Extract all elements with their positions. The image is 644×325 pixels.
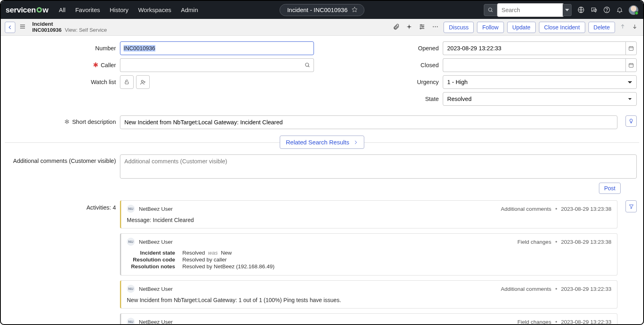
label-number: Number xyxy=(7,45,116,51)
label-watchlist: Watch list xyxy=(7,79,116,85)
closed-date-icon[interactable] xyxy=(625,58,637,72)
back-button[interactable] xyxy=(5,22,15,33)
number-input[interactable]: INC0010936 xyxy=(120,41,314,55)
short-description-input[interactable] xyxy=(120,115,617,129)
svg-line-24 xyxy=(308,66,309,67)
record-number: INC0010936 xyxy=(32,27,62,33)
label-urgency: Urgency xyxy=(330,79,439,85)
svg-point-15 xyxy=(422,26,423,27)
activity-field-changes: Incident stateResolved was NewResolution… xyxy=(127,250,611,269)
record-type: Incident xyxy=(32,21,107,27)
user-avatar[interactable] xyxy=(629,5,638,15)
globe-icon[interactable] xyxy=(577,6,584,14)
global-search-input[interactable] xyxy=(497,3,564,17)
nav-admin[interactable]: Admin xyxy=(181,6,198,13)
activity-avatar: NU xyxy=(127,238,135,246)
caller-lookup-icon[interactable] xyxy=(301,58,314,72)
activity-card: NUNetBeez UserField changes2023-08-29 13… xyxy=(120,313,617,324)
activity-card: NUNetBeez UserAdditional comments2023-08… xyxy=(120,280,617,309)
star-icon[interactable] xyxy=(352,6,358,14)
discuss-button[interactable]: Discuss xyxy=(444,22,474,33)
search-scope-dropdown[interactable] xyxy=(563,4,572,16)
more-actions-icon[interactable] xyxy=(430,22,440,33)
chevron-right-icon xyxy=(353,140,358,145)
brand-o-icon xyxy=(36,7,42,13)
svg-point-6 xyxy=(604,7,609,12)
caller-input[interactable] xyxy=(120,58,301,72)
attachment-icon[interactable] xyxy=(391,22,401,33)
watchlist-unlock-icon[interactable] xyxy=(120,75,134,89)
svg-rect-25 xyxy=(125,82,128,84)
svg-line-3 xyxy=(491,10,493,12)
activities-filter-icon[interactable] xyxy=(625,200,637,212)
additional-comments-input[interactable] xyxy=(120,154,637,179)
related-search-button[interactable]: Related Search Results xyxy=(280,136,364,149)
field-change-row: Resolution notesResolved by NetBeez (192… xyxy=(127,263,611,269)
svg-marker-1 xyxy=(352,7,357,12)
label-caller: ✱Caller xyxy=(7,62,116,68)
suggestion-bulb-icon[interactable] xyxy=(625,115,637,127)
form-two-columns: Number INC0010936 ✱Caller Watch list xyxy=(5,41,639,113)
top-nav: servicenw All Favorites History Workspac… xyxy=(1,1,643,19)
svg-point-7 xyxy=(607,11,607,12)
record-actions: Discuss Follow Update Close Incident Del… xyxy=(391,22,639,33)
next-record-icon[interactable] xyxy=(630,24,639,31)
activity-timestamp: 2023-08-29 13:23:38 xyxy=(561,239,611,245)
field-change-name: Incident state xyxy=(127,250,175,256)
field-change-name: Resolution notes xyxy=(127,263,175,269)
field-change-row: Incident stateResolved was New xyxy=(127,250,611,256)
opened-input[interactable] xyxy=(443,41,625,55)
search-icon xyxy=(484,7,497,13)
activity-icon[interactable] xyxy=(405,22,414,33)
opened-date-icon[interactable] xyxy=(625,41,637,55)
nav-workspaces[interactable]: Workspaces xyxy=(138,6,171,13)
nav-favorites[interactable]: Favorites xyxy=(75,6,100,13)
chat-icon[interactable] xyxy=(590,6,597,14)
activity-timestamp: 2023-08-29 13:22:33 xyxy=(561,286,611,292)
dot-icon xyxy=(555,321,557,323)
active-tab-pill[interactable]: Incident - INC0010936 xyxy=(279,4,364,16)
state-select[interactable]: Resolved xyxy=(443,92,637,106)
personalize-icon[interactable] xyxy=(417,22,427,33)
related-search-wrap: Related Search Results xyxy=(5,136,639,149)
update-button[interactable]: Update xyxy=(507,22,536,33)
svg-rect-29 xyxy=(629,47,634,50)
activity-meta: Additional comments2023-08-29 13:22:33 xyxy=(501,286,611,292)
svg-point-18 xyxy=(433,26,434,27)
watchlist-add-user-icon[interactable] xyxy=(136,75,150,89)
activity-avatar: NU xyxy=(127,285,135,293)
help-icon[interactable] xyxy=(603,6,610,14)
global-search[interactable] xyxy=(484,4,564,16)
activities-list: NUNetBeez UserAdditional comments2023-08… xyxy=(120,200,617,324)
record-header-bar: Incident INC0010936 View: Self Service D… xyxy=(1,19,643,36)
nav-all[interactable]: All xyxy=(59,6,66,13)
activity-type: Field changes xyxy=(518,239,551,245)
label-opened: Opened xyxy=(330,45,439,51)
activities-section: Activities: 4 NUNetBeez UserAdditional c… xyxy=(7,200,637,324)
label-state: State xyxy=(330,96,439,102)
field-change-row: Resolution codeResolved by caller xyxy=(127,257,611,263)
urgency-select[interactable]: 1 - High xyxy=(443,75,637,89)
activity-body: Message: Incident Cleared xyxy=(127,217,611,223)
field-change-value: Resolved by caller xyxy=(182,257,611,263)
record-view: View: Self Service xyxy=(65,27,107,33)
label-additional-comments: Additional comments (Customer visible) xyxy=(7,154,116,164)
post-button[interactable]: Post xyxy=(599,183,621,194)
svg-point-23 xyxy=(305,63,308,66)
nav-history[interactable]: History xyxy=(110,6,129,13)
bell-icon[interactable] xyxy=(616,6,623,14)
field-change-value: Resolved was New xyxy=(182,250,611,256)
activity-username: NetBeez User xyxy=(139,206,173,212)
short-description-row: ✻Short description xyxy=(7,115,637,129)
activity-username: NetBeez User xyxy=(139,239,173,245)
form-menu-icon[interactable] xyxy=(19,23,26,31)
dot-icon xyxy=(555,288,557,290)
form-right-column: Opened Closed Urgency 1 - High State Res… xyxy=(330,41,637,109)
form-content[interactable]: Number INC0010936 ✱Caller Watch list xyxy=(1,36,643,324)
follow-button[interactable]: Follow xyxy=(477,22,504,33)
svg-marker-4 xyxy=(565,9,569,11)
closed-input[interactable] xyxy=(443,58,625,72)
prev-record-icon xyxy=(618,24,627,31)
delete-button[interactable]: Delete xyxy=(588,22,615,33)
close-incident-button[interactable]: Close Incident xyxy=(539,22,585,33)
